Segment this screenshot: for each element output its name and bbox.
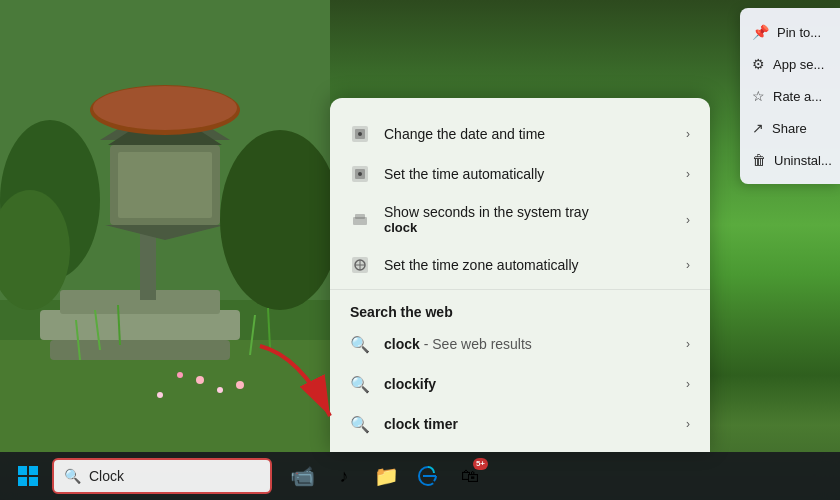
suggestion-text: Change the date and time: [384, 126, 672, 142]
suggestion-text-3: Show seconds in the system tray clock: [384, 204, 672, 235]
settings-ctx-icon: ⚙: [752, 56, 765, 72]
suggestion-change-date-time[interactable]: Change the date and time ›: [330, 114, 710, 154]
search-bar[interactable]: 🔍 Clock: [52, 458, 272, 494]
svg-point-19: [217, 387, 223, 393]
trash-icon: 🗑: [752, 152, 766, 168]
taskbar-app-icons: 📹 ♪ 📁 🛍 5+: [282, 456, 490, 496]
chevron-icon-6: ›: [686, 377, 690, 391]
svg-rect-41: [18, 466, 27, 475]
svg-point-22: [157, 392, 163, 398]
chevron-icon-7: ›: [686, 417, 690, 431]
svg-rect-36: [355, 214, 365, 219]
settings-icon: [350, 124, 370, 144]
suggestion-show-seconds[interactable]: Show seconds in the system tray clock ›: [330, 194, 710, 245]
files-symbol: 📁: [374, 464, 399, 488]
search-icon: 🔍: [64, 468, 81, 484]
settings-icon-3: [350, 255, 370, 275]
star-icon: ☆: [752, 88, 765, 104]
svg-rect-42: [29, 466, 38, 475]
suggestion-set-timezone-auto[interactable]: Set the time zone automatically ›: [330, 245, 710, 285]
chevron-icon-2: ›: [686, 167, 690, 181]
search-web-icon-3: 🔍: [350, 414, 370, 434]
taskbar-store-icon[interactable]: 🛍 5+: [450, 456, 490, 496]
chevron-icon-4: ›: [686, 258, 690, 272]
tiktok-symbol: ♪: [340, 466, 349, 487]
search-web-icon: 🔍: [350, 334, 370, 354]
ctx-uninstall[interactable]: 🗑 Uninstal...: [740, 144, 840, 176]
chevron-icon: ›: [686, 127, 690, 141]
svg-rect-43: [18, 477, 27, 486]
web-suggestion-text-1: clock - See web results: [384, 336, 672, 352]
suggestion-set-time-auto[interactable]: Set the time automatically ›: [330, 154, 710, 194]
svg-point-21: [236, 381, 244, 389]
store-badge: 5+: [473, 458, 488, 470]
ctx-app-settings[interactable]: ⚙ App se...: [740, 48, 840, 80]
web-suggestion-text-2: clockify: [384, 376, 672, 392]
search-bar-text: Clock: [89, 468, 124, 484]
suggestion-text-2: Set the time automatically: [384, 166, 672, 182]
zoom-symbol: 📹: [290, 464, 315, 488]
chevron-icon-5: ›: [686, 337, 690, 351]
tray-icon: [350, 210, 370, 230]
share-icon: ↗: [752, 120, 764, 136]
svg-rect-6: [50, 340, 230, 360]
svg-point-18: [196, 376, 204, 384]
divider: [330, 289, 710, 290]
web-section-header: Search the web: [330, 294, 710, 324]
search-suggestions-panel: Change the date and time › Set the time …: [330, 98, 710, 452]
svg-rect-44: [29, 477, 38, 486]
start-button[interactable]: [8, 456, 48, 496]
settings-icon-2: [350, 164, 370, 184]
chevron-icon-3: ›: [686, 213, 690, 227]
taskbar: 🔍 Clock 📹 ♪ 📁 🛍 5+: [0, 452, 840, 500]
ctx-rate[interactable]: ☆ Rate a...: [740, 80, 840, 112]
web-suggestion-clock-timer[interactable]: 🔍 clock timer ›: [330, 404, 710, 444]
svg-point-14: [93, 86, 237, 130]
svg-rect-4: [40, 310, 240, 340]
web-suggestion-clockify[interactable]: 🔍 clockify ›: [330, 364, 710, 404]
suggestion-text-4: Set the time zone automatically: [384, 257, 672, 273]
svg-point-20: [177, 372, 183, 378]
web-suggestion-clock[interactable]: 🔍 clock - See web results ›: [330, 324, 710, 364]
ctx-pin-to[interactable]: 📌 Pin to...: [740, 16, 840, 48]
taskbar-edge-icon[interactable]: [408, 456, 448, 496]
svg-point-31: [358, 132, 362, 136]
ctx-share[interactable]: ↗ Share: [740, 112, 840, 144]
pin-icon: 📌: [752, 24, 769, 40]
web-suggestion-text-3: clock timer: [384, 416, 672, 432]
svg-rect-11: [118, 152, 212, 218]
taskbar-files-icon[interactable]: 📁: [366, 456, 406, 496]
svg-point-34: [358, 172, 362, 176]
context-menu: 📌 Pin to... ⚙ App se... ☆ Rate a... ↗ Sh…: [740, 8, 840, 184]
search-web-icon-2: 🔍: [350, 374, 370, 394]
taskbar-zoom-icon[interactable]: 📹: [282, 456, 322, 496]
taskbar-tiktok-icon[interactable]: ♪: [324, 456, 364, 496]
